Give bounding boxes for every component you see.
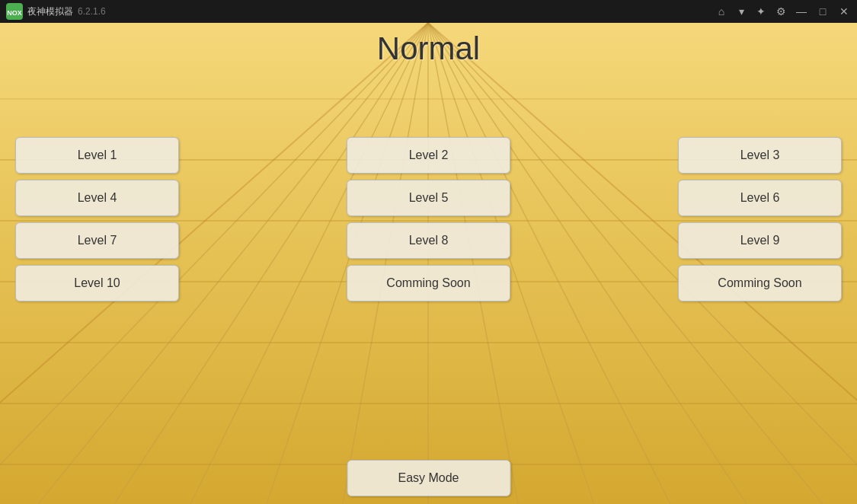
game-area: Normal Level 1 Level 2 Level 3 Level 4 L… — [0, 23, 857, 504]
svg-text:NOX: NOX — [7, 9, 22, 17]
easy-mode-row: Easy Mode — [347, 460, 510, 496]
app-version: 6.2.1.6 — [78, 6, 106, 17]
buttons-container: Level 1 Level 2 Level 3 Level 4 Level 5 … — [0, 137, 857, 308]
settings-icon[interactable]: ⚙ — [775, 5, 787, 18]
level-8-button[interactable]: Level 8 — [347, 222, 510, 259]
game-title: Normal — [377, 30, 480, 67]
level-3-button[interactable]: Level 3 — [678, 137, 842, 174]
coming-soon-center-button[interactable]: Comming Soon — [347, 265, 510, 301]
maximize-button[interactable]: □ — [816, 5, 830, 18]
app-name: 夜神模拟器 — [27, 5, 73, 18]
nox-logo: NOX — [6, 3, 23, 20]
buttons-row-4: Level 10 Comming Soon Comming Soon — [0, 265, 857, 301]
home-icon[interactable]: ⌂ — [715, 5, 727, 18]
level-10-button[interactable]: Level 10 — [15, 265, 179, 301]
level-9-button[interactable]: Level 9 — [678, 222, 842, 259]
star-icon[interactable]: ✦ — [755, 5, 767, 18]
titlebar-left: NOX 夜神模拟器 6.2.1.6 — [6, 3, 106, 20]
level-6-button[interactable]: Level 6 — [678, 180, 842, 216]
easy-mode-button[interactable]: Easy Mode — [347, 460, 510, 496]
buttons-row-1: Level 1 Level 2 Level 3 — [0, 137, 857, 174]
dropdown-icon[interactable]: ▾ — [735, 5, 747, 18]
buttons-row-3: Level 7 Level 8 Level 9 — [0, 222, 857, 259]
level-4-button[interactable]: Level 4 — [15, 180, 179, 216]
level-5-button[interactable]: Level 5 — [347, 180, 510, 216]
coming-soon-right-button[interactable]: Comming Soon — [678, 265, 842, 301]
close-button[interactable]: ✕ — [837, 5, 851, 18]
level-1-button[interactable]: Level 1 — [15, 137, 179, 174]
buttons-row-2: Level 4 Level 5 Level 6 — [0, 180, 857, 216]
titlebar-right: ⌂ ▾ ✦ ⚙ — □ ✕ — [715, 5, 851, 18]
minimize-button[interactable]: — — [795, 5, 808, 18]
level-2-button[interactable]: Level 2 — [347, 137, 510, 174]
titlebar: NOX 夜神模拟器 6.2.1.6 ⌂ ▾ ✦ ⚙ — □ ✕ — [0, 0, 857, 23]
level-7-button[interactable]: Level 7 — [15, 222, 179, 259]
